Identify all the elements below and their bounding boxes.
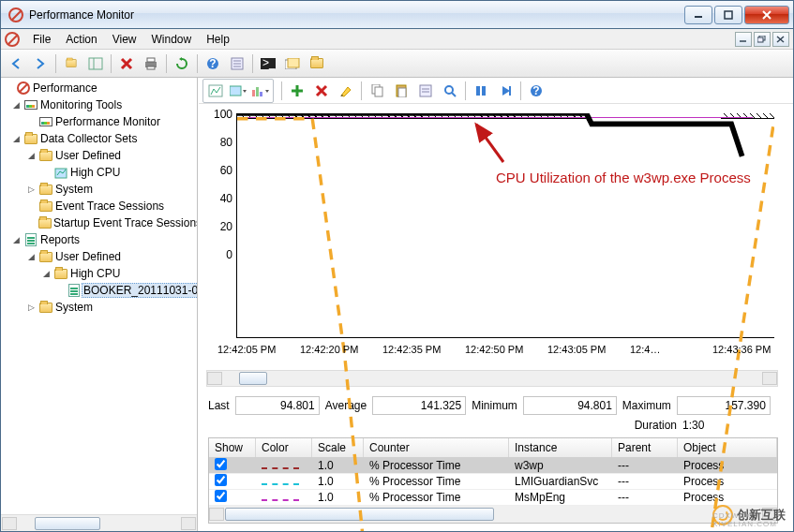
remove-counter-button[interactable] xyxy=(310,81,333,101)
expand-icon[interactable]: ◢ xyxy=(40,269,52,278)
main-toolbar: ? >_ xyxy=(1,50,793,78)
svg-rect-24 xyxy=(230,86,241,96)
properties-button[interactable] xyxy=(226,52,248,75)
expand-icon[interactable]: ◢ xyxy=(25,151,37,160)
minimize-button[interactable] xyxy=(684,6,712,24)
close-button[interactable] xyxy=(744,6,789,24)
expand-icon[interactable]: ▷ xyxy=(25,303,37,312)
x-tick: 12:43:36 PM xyxy=(712,344,771,355)
svg-text:?: ? xyxy=(209,57,216,70)
show-hide-tree-button[interactable] xyxy=(60,52,82,75)
navigation-tree[interactable]: Performance ◢Monitoring Tools Performanc… xyxy=(1,78,197,514)
chart-annotation: CPU Utilization of the w3wp.exe Process xyxy=(496,170,751,185)
svg-line-36 xyxy=(452,93,456,96)
x-tick: 12:42:50 PM xyxy=(465,344,523,355)
y-tick: 100 xyxy=(206,108,232,121)
panel-button[interactable] xyxy=(84,52,107,75)
view-type-dropdown[interactable] xyxy=(227,81,249,101)
y-tick: 20 xyxy=(206,220,232,233)
expand-icon[interactable]: ◢ xyxy=(10,100,22,110)
paste-button[interactable] xyxy=(390,81,412,101)
menu-file[interactable]: File xyxy=(25,30,58,49)
menu-help[interactable]: Help xyxy=(199,30,237,49)
add-counter-button[interactable] xyxy=(286,81,308,101)
properties-button[interactable] xyxy=(414,81,437,101)
expand-icon[interactable]: ◢ xyxy=(10,235,22,244)
new-window-button[interactable] xyxy=(281,52,304,75)
tree-monitoring-tools[interactable]: ◢Monitoring Tools xyxy=(1,96,197,113)
svg-rect-19 xyxy=(288,58,299,67)
tree-reports-system[interactable]: ▷System xyxy=(1,299,197,316)
maximize-button[interactable] xyxy=(714,6,742,24)
tree-startup-event-trace[interactable]: Startup Event Trace Sessions xyxy=(1,214,197,231)
scroll-left-icon[interactable] xyxy=(207,372,222,385)
expand-icon[interactable]: ▷ xyxy=(25,185,37,194)
svg-rect-29 xyxy=(375,87,382,96)
scroll-right-icon[interactable] xyxy=(181,517,196,530)
console-button[interactable]: >_ xyxy=(257,52,279,75)
svg-text:?: ? xyxy=(532,84,539,97)
tree-reports-user-defined[interactable]: ◢User Defined xyxy=(1,248,197,265)
scroll-left-icon[interactable] xyxy=(2,517,17,530)
open-folder-button[interactable] xyxy=(306,52,328,75)
svg-rect-9 xyxy=(147,66,155,69)
chart-type-dropdown[interactable] xyxy=(249,81,272,101)
highlight-button[interactable] xyxy=(335,81,357,101)
tree-reports-high-cpu[interactable]: ◢High CPU xyxy=(1,265,197,282)
back-button[interactable] xyxy=(5,52,27,75)
scroll-left-icon[interactable] xyxy=(209,508,224,521)
svg-rect-38 xyxy=(482,86,486,96)
expand-icon[interactable]: ◢ xyxy=(25,252,37,261)
menu-bar: File Action View Window Help xyxy=(1,29,793,50)
mdi-minimize-button[interactable] xyxy=(735,32,752,47)
menu-action[interactable]: Action xyxy=(58,30,104,49)
menu-window[interactable]: Window xyxy=(144,30,200,49)
chart-toolbar: ? xyxy=(199,78,793,104)
svg-rect-31 xyxy=(398,88,406,97)
y-tick: 60 xyxy=(206,164,232,177)
forward-button[interactable] xyxy=(29,52,52,75)
content-pane: ? 100 80 60 40 20 xyxy=(198,78,793,531)
x-tick: 12:42:35 PM xyxy=(382,344,441,355)
tree-reports[interactable]: ◢Reports xyxy=(1,231,197,248)
svg-rect-27 xyxy=(260,92,262,96)
tree-data-collector-sets[interactable]: ◢Data Collector Sets xyxy=(1,130,197,147)
tree-user-defined[interactable]: ◢User Defined xyxy=(1,147,197,164)
tree-report-booker[interactable]: BOOKER_20111031-000002 xyxy=(1,282,197,299)
tree-event-trace[interactable]: Event Trace Sessions xyxy=(1,198,197,214)
show-checkbox[interactable] xyxy=(215,474,227,486)
y-tick: 80 xyxy=(206,136,232,149)
print-button[interactable] xyxy=(140,52,162,75)
delete-button[interactable] xyxy=(115,52,138,75)
scroll-thumb[interactable] xyxy=(35,517,100,530)
tree-hscrollbar[interactable] xyxy=(1,514,197,531)
app-small-icon xyxy=(5,32,20,47)
zoom-button[interactable] xyxy=(439,81,461,101)
copy-button[interactable] xyxy=(366,81,388,101)
show-checkbox[interactable] xyxy=(215,490,227,502)
x-tick: 12:42:20 PM xyxy=(300,344,358,355)
chart-help-button[interactable]: ? xyxy=(525,81,547,101)
tree-high-cpu[interactable]: High CPU xyxy=(1,164,197,181)
tree-root[interactable]: Performance xyxy=(1,80,197,96)
tree-system[interactable]: ▷System xyxy=(1,181,197,198)
show-checkbox[interactable] xyxy=(215,458,227,470)
x-tick: 12:4… xyxy=(630,344,660,355)
mdi-restore-button[interactable] xyxy=(754,32,771,47)
svg-rect-32 xyxy=(420,85,431,96)
expand-icon[interactable]: ◢ xyxy=(10,134,22,143)
title-bar: Performance Monitor xyxy=(1,1,793,29)
mdi-close-button[interactable] xyxy=(772,32,789,47)
y-tick: 40 xyxy=(206,192,232,205)
refresh-button[interactable] xyxy=(171,52,193,75)
view-log-button[interactable] xyxy=(204,81,227,101)
svg-rect-8 xyxy=(147,58,155,62)
y-tick: 0 xyxy=(206,248,232,261)
help-button[interactable]: ? xyxy=(202,52,224,75)
freeze-button[interactable] xyxy=(470,81,492,101)
x-tick: 12:42:05 PM xyxy=(217,344,276,355)
tree-performance-monitor[interactable]: Performance Monitor xyxy=(1,113,197,130)
update-button[interactable] xyxy=(494,81,517,101)
menu-view[interactable]: View xyxy=(105,30,144,49)
svg-text:>_: >_ xyxy=(262,58,276,69)
